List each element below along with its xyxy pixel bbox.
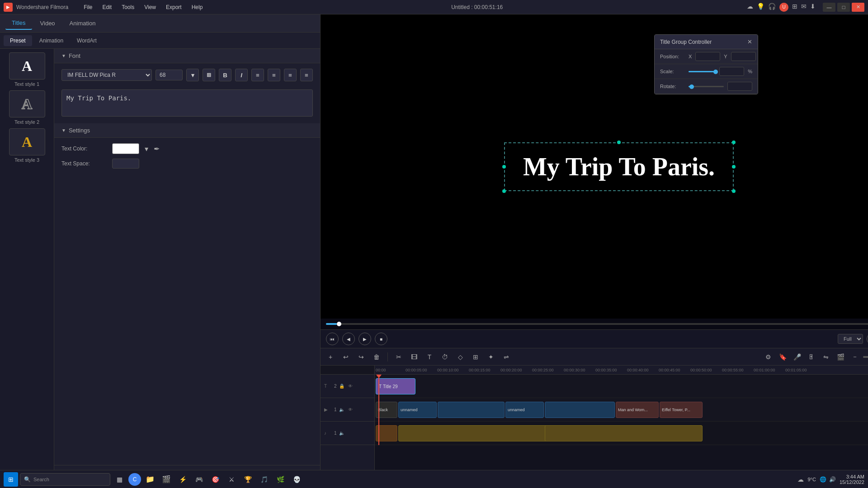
tgc-x-input[interactable]: 0.0 (695, 52, 720, 61)
clip-unnamed2[interactable]: unnamed (505, 402, 544, 418)
taskbar-app8[interactable]: 💀 (289, 472, 304, 487)
taskbar-app7[interactable]: 🌿 (273, 472, 288, 487)
tl-mic-btn[interactable]: 🎤 (791, 351, 803, 363)
profile-icon[interactable]: U (779, 3, 788, 12)
subtab-preset[interactable]: Preset (4, 35, 32, 46)
track-mute-btn-audio[interactable]: 🔈 (338, 430, 345, 437)
menu-tools[interactable]: Tools (117, 2, 139, 12)
tl-delete-btn[interactable]: 🗑 (370, 351, 383, 363)
clip-video3[interactable] (545, 402, 615, 418)
tl-cut-btn[interactable]: ✂ (392, 351, 405, 363)
subtab-wordart[interactable]: WordArt (71, 35, 103, 46)
tl-text-btn[interactable]: T (423, 351, 436, 363)
rewind-button[interactable]: ⏮ (326, 333, 339, 345)
tgc-rotate-input[interactable]: 0.00° (727, 82, 752, 91)
stop-button[interactable]: ■ (375, 333, 387, 345)
track-visible-btn-2[interactable]: 👁 (347, 383, 354, 390)
taskbar-app6[interactable]: 🎵 (257, 472, 271, 487)
align-justify-btn[interactable]: ≡ (300, 69, 313, 81)
menu-help[interactable]: Help (187, 2, 208, 12)
text-color-swatch[interactable] (112, 143, 139, 154)
search-bar[interactable]: 🔍 Search (20, 473, 110, 486)
tab-animation[interactable]: Animation (63, 17, 102, 29)
tl-zoom-out-btn[interactable]: － (849, 351, 861, 363)
audio-clip-2[interactable] (398, 425, 566, 441)
format-grid-btn[interactable]: ⊞ (203, 69, 215, 81)
tl-timer-btn[interactable]: ⏱ (439, 351, 451, 363)
close-button[interactable]: ✕ (852, 3, 864, 12)
clip-eiffel[interactable]: Eiffel Tower, P... (660, 402, 703, 418)
track-mute-btn-1[interactable]: 🔈 (338, 406, 345, 413)
menu-view[interactable]: View (140, 2, 160, 12)
preview-scrubber[interactable] (326, 323, 868, 325)
handle-left[interactable] (502, 165, 506, 169)
text-space-input[interactable]: 0 (112, 159, 139, 169)
font-section-header[interactable]: ▼ Font (54, 49, 320, 63)
text-content-input[interactable]: My Trip To Paris. (61, 89, 313, 117)
taskbar-app2[interactable]: 🎮 (192, 472, 206, 487)
taskbar-app5[interactable]: 🏆 (241, 472, 255, 487)
play-prev-button[interactable]: ◀ (342, 333, 355, 345)
zoom-select[interactable]: Full (838, 334, 863, 344)
tl-settings-btn[interactable]: ⚙ (762, 351, 774, 363)
tgc-scale-slider[interactable] (689, 71, 716, 72)
tl-adjust-btn[interactable]: ⊞ (469, 351, 482, 363)
preset-item-1[interactable]: A Text style 1 (2, 52, 52, 87)
tl-zoom-slider[interactable] (863, 356, 868, 358)
clip-video2[interactable] (438, 402, 505, 418)
tl-clip-btn[interactable]: 🎞 (408, 351, 420, 363)
tgc-close-button[interactable]: ✕ (747, 38, 752, 45)
tab-titles[interactable]: Titles (5, 17, 32, 30)
clip-man-woman[interactable]: Man and Wom... (616, 402, 659, 418)
align-left-btn[interactable]: ≡ (251, 69, 264, 81)
color-picker-dropdown[interactable]: ▾ (145, 145, 148, 153)
play-button[interactable]: ▶ (359, 333, 371, 345)
align-right-btn[interactable]: ≡ (284, 69, 297, 81)
taskbar-filmora-btn[interactable]: 🎬 (159, 472, 174, 487)
preset-item-2[interactable]: A Text style 2 (2, 90, 52, 125)
font-size-input[interactable] (156, 70, 183, 80)
tl-add-media-btn[interactable]: + (324, 351, 337, 363)
taskbar-app4[interactable]: ⚔ (224, 472, 239, 487)
font-size-dropdown[interactable]: ▾ (186, 69, 199, 81)
taskbar-app3[interactable]: 🎯 (208, 472, 222, 487)
menu-file[interactable]: File (79, 2, 97, 12)
maximize-button[interactable]: □ (837, 3, 850, 12)
tab-video[interactable]: Video (34, 17, 61, 29)
tgc-rotate-slider[interactable] (689, 86, 724, 87)
tl-connect-btn[interactable]: ⇋ (820, 351, 832, 363)
tl-mix-btn[interactable]: 🎚 (805, 351, 818, 363)
audio-clip-3[interactable] (545, 425, 703, 441)
tl-clip2-btn[interactable]: 🎬 (834, 351, 847, 363)
preset-item-3[interactable]: A Text style 3 (2, 128, 52, 163)
font-family-select[interactable]: IM FELL DW Pica R (61, 69, 152, 81)
playhead[interactable] (378, 375, 379, 445)
format-italic-btn[interactable]: I (235, 69, 248, 81)
handle-top[interactable] (617, 141, 621, 144)
tgc-scale-input[interactable]: 100.00 (719, 67, 744, 76)
tl-effect-btn[interactable]: ✦ (485, 351, 497, 363)
tl-redo-btn[interactable]: ↪ (355, 351, 368, 363)
taskbar-widgets-btn[interactable]: ▦ (112, 472, 127, 487)
minimize-button[interactable]: — (823, 3, 835, 12)
align-center-btn[interactable]: ≡ (268, 69, 280, 81)
eyedropper-btn[interactable]: ✒ (154, 145, 160, 153)
format-bold-btn[interactable]: B (219, 69, 231, 81)
start-button[interactable]: ⊞ (4, 472, 18, 487)
settings-section-header[interactable]: ▼ Settings (54, 123, 320, 138)
tl-undo-btn[interactable]: ↩ (340, 351, 352, 363)
handle-bottom-right[interactable] (732, 189, 736, 193)
taskbar-browser-btn[interactable]: C (128, 473, 141, 486)
menu-export[interactable]: Export (161, 2, 186, 12)
title-clip-29[interactable]: T Title 29 (376, 378, 415, 394)
tgc-y-input[interactable]: 0.0 (731, 52, 756, 61)
handle-bottom-left[interactable] (502, 189, 506, 193)
handle-right[interactable] (732, 165, 736, 169)
menu-edit[interactable]: Edit (98, 2, 117, 12)
track-lock-btn-2[interactable]: 🔒 (338, 383, 345, 390)
subtab-animation[interactable]: Animation (33, 35, 70, 46)
volume-icon[interactable]: 🔊 (829, 476, 836, 483)
tl-transition-btn[interactable]: ⇌ (500, 351, 513, 363)
handle-top-right[interactable] (732, 141, 736, 144)
taskbar-file-btn[interactable]: 📁 (143, 472, 157, 487)
